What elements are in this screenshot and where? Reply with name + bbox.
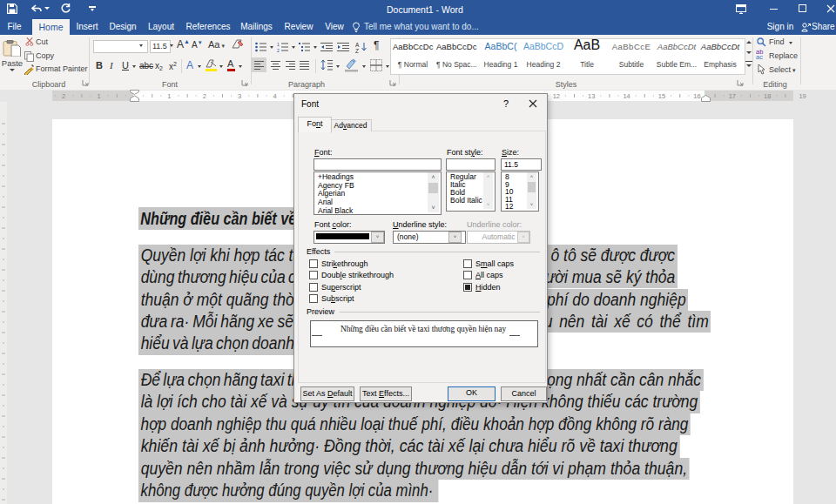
svg-text:12: 12: [553, 92, 560, 100]
svg-text:2: 2: [203, 92, 206, 100]
svg-text:19: 19: [799, 92, 806, 100]
svg-text:4: 4: [273, 92, 277, 100]
svg-text:2: 2: [62, 92, 65, 100]
svg-text:3: 3: [238, 92, 241, 100]
svg-text:17: 17: [729, 92, 736, 100]
svg-text:1: 1: [167, 92, 171, 100]
svg-text:18: 18: [764, 92, 771, 100]
svg-text:15: 15: [658, 92, 665, 100]
svg-text:A: A: [355, 42, 360, 48]
svg-text:16: 16: [693, 92, 700, 100]
svg-text:14: 14: [623, 92, 630, 100]
svg-text:1: 1: [98, 92, 101, 100]
svg-text:Z: Z: [355, 48, 359, 54]
svg-text:1: 1: [277, 42, 280, 47]
svg-text:2: 2: [277, 48, 280, 53]
svg-text:13: 13: [588, 92, 595, 100]
